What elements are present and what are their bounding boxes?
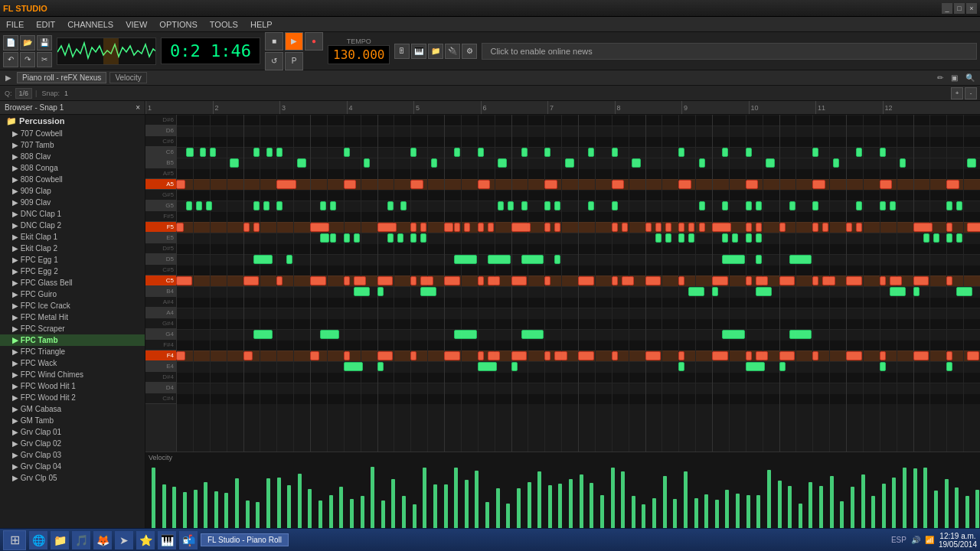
note-block[interactable] [789,330,812,339]
piano-key-F5[interactable]: F5 [145,222,176,233]
note-block[interactable] [176,351,185,360]
note-block[interactable] [511,223,531,232]
piano-key-D#6[interactable]: D#6 [145,115,176,126]
note-block[interactable] [678,276,684,285]
note-block[interactable] [454,330,477,339]
menu-options[interactable]: OPTIONS [156,20,201,29]
tray-network[interactable]: 📶 [925,536,934,544]
note-block[interactable] [253,330,273,339]
piano-key-G4[interactable]: G4 [145,329,176,340]
note-block[interactable] [967,223,981,232]
note-block[interactable] [521,148,528,157]
note-block[interactable] [354,287,370,296]
note-block[interactable] [913,351,929,360]
note-block[interactable] [956,233,962,243]
note-block[interactable] [688,233,694,243]
start-button[interactable]: ⊞ [3,530,26,550]
note-block[interactable] [756,276,769,285]
note-block[interactable] [746,362,765,371]
sidebar-item[interactable]: ▶ Grv Clap 04 [0,461,145,472]
zoom-out-button[interactable]: - [965,87,977,99]
note-block[interactable] [511,362,518,371]
note-block[interactable] [822,223,828,232]
note-block[interactable] [554,255,560,264]
sidebar-item[interactable]: ▶ FPC Ice Crack [0,300,145,311]
note-block[interactable] [554,351,567,360]
note-block[interactable] [789,255,812,264]
menu-help[interactable]: HELP [247,20,276,29]
sidebar-item[interactable]: ▶ FPC Guiro [0,289,145,300]
piano-key-C#4[interactable]: C#4 [145,393,176,404]
note-block[interactable] [310,276,326,285]
note-block[interactable] [297,158,306,168]
note-block[interactable] [880,148,886,157]
note-block[interactable] [196,201,202,210]
note-block[interactable] [812,201,818,210]
sidebar-close[interactable]: × [136,103,140,112]
note-block[interactable] [330,201,336,210]
taskbar-flstudio[interactable]: 🎹 [158,531,176,549]
piano-key-F#4[interactable]: F#4 [145,340,176,350]
menu-view[interactable]: VIEW [122,20,150,29]
note-block[interactable] [722,233,728,243]
note-block[interactable] [364,158,370,168]
taskbar-active-window[interactable]: FL Studio - Piano Roll [201,533,289,546]
piano-key-B5[interactable]: B5 [145,158,176,168]
cut-button[interactable]: ✂ [37,52,52,67]
note-block[interactable] [846,276,862,285]
new-button[interactable]: 📄 [3,35,18,51]
piano-key-C#6[interactable]: C#6 [145,136,176,147]
select-tool[interactable]: ▣ [949,73,960,82]
note-block[interactable] [923,233,929,243]
note-block[interactable] [263,201,270,210]
undo-button[interactable]: ↶ [3,52,18,67]
piano-key-A#5[interactable]: A#5 [145,168,176,179]
note-block[interactable] [655,223,662,232]
note-block[interactable] [544,148,550,157]
note-block[interactable] [400,201,407,210]
taskbar-arrow[interactable]: ➤ [115,531,133,549]
piano-key-F4[interactable]: F4 [145,350,176,361]
note-block[interactable] [645,351,662,360]
stop-button[interactable]: ■ [265,32,283,51]
piano-key-E4[interactable]: E4 [145,361,176,372]
note-block[interactable] [612,276,618,285]
note-block[interactable] [756,233,762,243]
snap-value[interactable]: 1 [63,90,70,97]
note-block[interactable] [612,201,618,210]
note-block[interactable] [230,158,239,168]
note-block[interactable] [946,233,952,243]
note-block[interactable] [699,201,705,210]
note-block[interactable] [253,223,260,232]
taskbar-browser[interactable]: 🌐 [29,531,47,549]
mixer-button[interactable]: 🎚 [394,44,410,59]
note-block[interactable] [344,351,350,360]
note-block[interactable] [521,255,544,264]
settings-button[interactable]: ⚙ [462,44,477,59]
note-block[interactable] [622,276,635,285]
sidebar-item[interactable]: ▶ FPC Wood Hit 2 [0,392,145,403]
sidebar-item[interactable]: ▶ FPC Triangle [0,346,145,357]
note-block[interactable] [544,180,557,189]
note-block[interactable] [756,255,762,264]
online-news-bar[interactable]: Click to enable online news [482,43,977,60]
sidebar-item[interactable]: ▶ FPC Tamb [0,334,145,346]
note-block[interactable] [900,158,906,168]
note-block[interactable] [712,287,718,296]
note-block[interactable] [645,276,662,285]
note-block[interactable] [420,276,433,285]
note-block[interactable] [478,276,484,285]
note-block[interactable] [678,351,684,360]
zoom-tool[interactable]: 🔍 [963,73,977,82]
note-block[interactable] [856,201,862,210]
note-block[interactable] [779,351,795,360]
piano-key-G#4[interactable]: G#4 [145,318,176,329]
save-button[interactable]: 💾 [37,35,52,51]
note-block[interactable] [243,223,250,232]
redo-button[interactable]: ↷ [20,52,35,67]
note-block[interactable] [846,223,852,232]
note-block[interactable] [253,255,273,264]
note-block[interactable] [712,351,728,360]
note-block[interactable] [344,148,350,157]
note-block[interactable] [286,255,292,264]
